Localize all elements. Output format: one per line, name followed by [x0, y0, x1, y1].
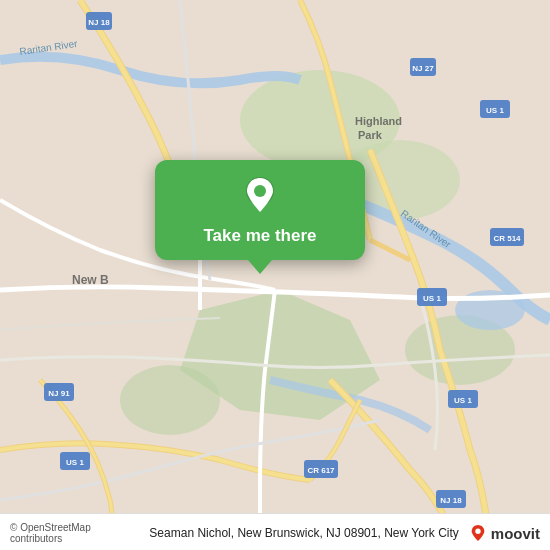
moovit-text: moovit	[491, 525, 540, 542]
svg-text:NJ 18: NJ 18	[88, 18, 110, 27]
svg-text:US 1: US 1	[454, 396, 472, 405]
map-container: NJ 18 NJ 27 US 1 CR 514 US 1 NJ 91 US 1 …	[0, 0, 550, 550]
svg-text:Highland: Highland	[355, 115, 402, 127]
svg-text:New B: New B	[72, 273, 109, 287]
svg-point-5	[120, 365, 220, 435]
svg-text:US 1: US 1	[486, 106, 504, 115]
svg-text:US 1: US 1	[423, 294, 441, 303]
svg-text:CR 617: CR 617	[307, 466, 335, 475]
svg-text:NJ 91: NJ 91	[48, 389, 70, 398]
svg-text:NJ 18: NJ 18	[440, 496, 462, 505]
svg-point-35	[254, 185, 266, 197]
callout-bubble[interactable]: Take me there	[155, 160, 365, 260]
copyright-text: © OpenStreetMap contributors	[10, 522, 143, 544]
map-background: NJ 18 NJ 27 US 1 CR 514 US 1 NJ 91 US 1 …	[0, 0, 550, 550]
svg-text:CR 514: CR 514	[493, 234, 521, 243]
moovit-pin-icon	[469, 524, 487, 542]
svg-text:NJ 27: NJ 27	[412, 64, 434, 73]
address-text: Seaman Nichol, New Brunswick, NJ 08901, …	[149, 526, 458, 540]
bottom-bar: © OpenStreetMap contributors Seaman Nich…	[0, 513, 550, 550]
svg-point-36	[475, 529, 480, 534]
moovit-logo: moovit	[469, 524, 540, 542]
location-pin-icon	[238, 174, 282, 218]
svg-text:Park: Park	[358, 129, 383, 141]
svg-text:US 1: US 1	[66, 458, 84, 467]
take-me-there-label: Take me there	[203, 226, 316, 246]
